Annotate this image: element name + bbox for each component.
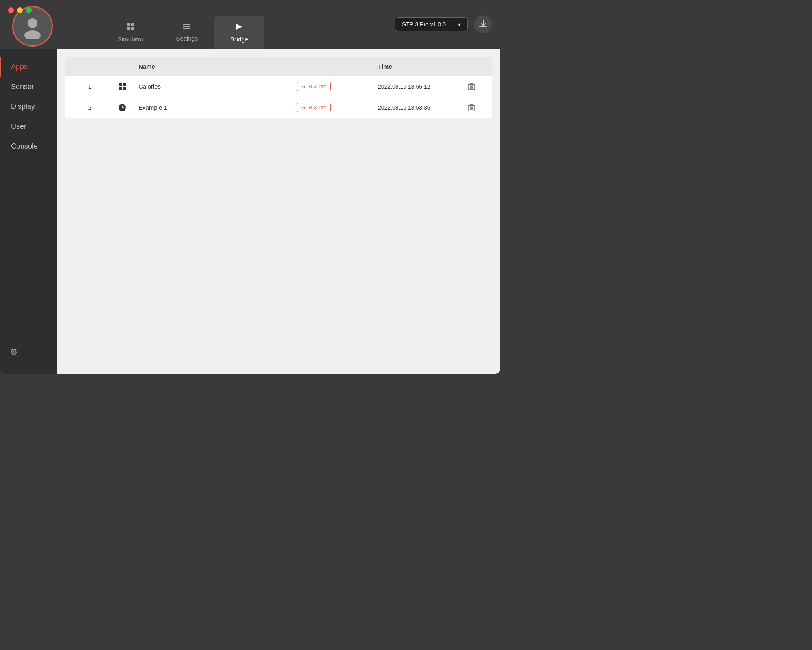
svg-rect-5 bbox=[131, 27, 134, 30]
sidebar-bottom: ⚙ bbox=[0, 339, 57, 366]
row-1-delete-button[interactable] bbox=[459, 82, 484, 91]
simulator-icon bbox=[126, 22, 135, 33]
row-1-num: 1 bbox=[73, 83, 106, 90]
sidebar-item-sensor[interactable]: Sensor bbox=[0, 77, 57, 97]
tab-simulator[interactable]: Simulator bbox=[102, 16, 160, 49]
sidebar: Apps Sensor Display User Console ⚙ bbox=[0, 49, 57, 374]
apps-table: Name Time 1 bbox=[65, 57, 492, 118]
row-2-num: 2 bbox=[73, 104, 106, 111]
col-time: Time bbox=[378, 63, 459, 70]
download-icon bbox=[479, 19, 488, 30]
tab-settings[interactable]: Settings bbox=[160, 16, 214, 49]
user-icon bbox=[20, 14, 45, 39]
minimize-button[interactable] bbox=[17, 7, 23, 13]
content-panel: Name Time 1 bbox=[57, 49, 500, 374]
row-2-badge: GTR 3 Pro bbox=[297, 103, 378, 112]
col-delete bbox=[459, 63, 484, 70]
svg-rect-14 bbox=[123, 87, 126, 90]
svg-marker-9 bbox=[236, 24, 242, 30]
table-header: Name Time bbox=[65, 57, 492, 76]
row-2-name: Example 1 bbox=[138, 104, 297, 111]
sidebar-item-apps[interactable]: Apps bbox=[0, 57, 57, 77]
device-selector[interactable]: GTR 3 Pro v1.0.0 ▾ bbox=[395, 17, 468, 31]
traffic-lights bbox=[8, 7, 32, 13]
svg-rect-11 bbox=[119, 83, 122, 86]
row-1-badge: GTR 3 Pro bbox=[297, 82, 378, 91]
svg-rect-2 bbox=[127, 23, 130, 26]
tab-bridge[interactable]: Bridge bbox=[214, 16, 264, 49]
titlebar: Simulator Settings Bridg bbox=[0, 0, 500, 49]
gear-icon[interactable]: ⚙ bbox=[10, 347, 18, 357]
row-1-time: 2022.08.19 18:55:12 bbox=[378, 83, 459, 90]
download-button[interactable] bbox=[474, 15, 492, 33]
app-window: Simulator Settings Bridg bbox=[0, 0, 500, 374]
tab-simulator-label: Simulator bbox=[118, 36, 143, 43]
bridge-icon bbox=[235, 22, 244, 33]
svg-rect-13 bbox=[119, 87, 122, 90]
col-device bbox=[297, 63, 378, 70]
svg-rect-12 bbox=[123, 83, 126, 86]
tab-settings-label: Settings bbox=[176, 35, 198, 42]
tab-bridge-label: Bridge bbox=[231, 36, 248, 43]
chevron-down-icon: ▾ bbox=[458, 21, 461, 28]
maximize-button[interactable] bbox=[26, 7, 32, 13]
sidebar-item-console[interactable]: Console bbox=[0, 136, 57, 156]
settings-tab-icon bbox=[182, 23, 191, 32]
col-icon bbox=[106, 63, 138, 70]
row-2-delete-button[interactable] bbox=[459, 104, 484, 112]
table-row: 2 Example 1 GTR 3 Pro 2022.08.19 18:53:3… bbox=[65, 97, 492, 118]
close-button[interactable] bbox=[8, 7, 14, 13]
svg-rect-3 bbox=[131, 23, 134, 26]
table-row: 1 Calories GTR 3 Pro 2022.08.19 18:55: bbox=[65, 76, 492, 97]
sidebar-item-display[interactable]: Display bbox=[0, 97, 57, 117]
svg-rect-4 bbox=[127, 27, 130, 30]
row-1-icon bbox=[106, 82, 138, 91]
titlebar-right: GTR 3 Pro v1.0.0 ▾ bbox=[395, 15, 492, 33]
row-2-time: 2022.08.19 18:53:35 bbox=[378, 104, 459, 111]
svg-point-0 bbox=[28, 18, 37, 28]
row-2-icon bbox=[106, 104, 138, 112]
row-1-name: Calories bbox=[138, 83, 297, 90]
col-num bbox=[73, 63, 106, 70]
device-select-value: GTR 3 Pro v1.0.0 bbox=[402, 21, 446, 28]
col-name: Name bbox=[138, 63, 297, 70]
nav-tabs: Simulator Settings Bridg bbox=[102, 0, 264, 49]
main-content: Apps Sensor Display User Console ⚙ bbox=[0, 49, 500, 374]
svg-point-1 bbox=[24, 30, 41, 39]
sidebar-item-user[interactable]: User bbox=[0, 117, 57, 136]
